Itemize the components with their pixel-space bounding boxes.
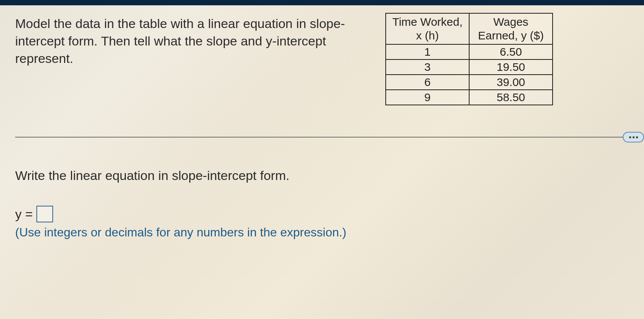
equation-label: y = bbox=[15, 207, 33, 222]
answer-hint: (Use integers or decimals for any number… bbox=[15, 225, 629, 239]
more-button[interactable] bbox=[623, 132, 644, 142]
table-row: 6 39.00 bbox=[386, 75, 553, 90]
ellipsis-icon bbox=[633, 136, 635, 138]
lower-section: Write the linear equation in slope-inter… bbox=[15, 168, 629, 239]
content-area: Model the data in the table with a linea… bbox=[0, 5, 644, 319]
cell-y: 39.00 bbox=[469, 75, 553, 90]
cell-x: 3 bbox=[386, 59, 469, 75]
table-row: 1 6.50 bbox=[386, 44, 553, 59]
table-row: 9 58.50 bbox=[386, 90, 553, 105]
window-top-bar bbox=[0, 0, 644, 5]
section-divider bbox=[15, 132, 644, 142]
table-header-row: Time Worked, x (h) Wages Earned, y ($) bbox=[386, 13, 553, 44]
table-row: 3 19.50 bbox=[386, 59, 553, 75]
answer-input[interactable] bbox=[36, 206, 53, 222]
cell-y: 6.50 bbox=[469, 44, 553, 59]
ellipsis-icon bbox=[636, 136, 638, 138]
ellipsis-icon bbox=[629, 136, 631, 138]
answer-instruction: Write the linear equation in slope-inter… bbox=[15, 168, 629, 183]
cell-x: 9 bbox=[386, 90, 469, 105]
problem-statement: Model the data in the table with a linea… bbox=[15, 13, 357, 67]
upper-section: Model the data in the table with a linea… bbox=[15, 13, 629, 105]
table-header-x: Time Worked, x (h) bbox=[386, 13, 469, 44]
cell-y: 19.50 bbox=[469, 59, 553, 75]
equation-row: y = bbox=[15, 206, 629, 222]
cell-x: 1 bbox=[386, 44, 469, 59]
data-table: Time Worked, x (h) Wages Earned, y ($) 1… bbox=[385, 13, 553, 105]
cell-x: 6 bbox=[386, 75, 469, 90]
divider-line bbox=[15, 137, 624, 138]
cell-y: 58.50 bbox=[469, 90, 553, 105]
table-header-y: Wages Earned, y ($) bbox=[469, 13, 553, 44]
